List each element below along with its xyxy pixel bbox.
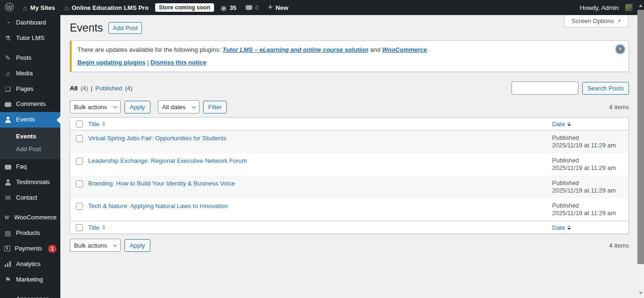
sidebar-item-events[interactable]: Events <box>0 112 60 128</box>
items-count-bottom: 4 items <box>609 242 629 249</box>
sidebar-item-appearance[interactable]: ✒ Appearance <box>0 291 60 298</box>
row-checkbox[interactable] <box>76 180 83 187</box>
view-filters: All (4) | Published (4) <box>70 85 132 92</box>
items-count: 4 items <box>609 104 629 111</box>
sidebar-item-comments[interactable]: Comments <box>0 97 60 112</box>
views-counter[interactable]: ◉ 35 <box>216 0 241 15</box>
scrollbar-thumb[interactable] <box>637 10 644 264</box>
page-title: Events <box>70 21 103 35</box>
sidebar-item-contact[interactable]: ✉ Contact <box>0 190 60 206</box>
notice-period: . <box>427 46 429 53</box>
scroll-up-arrow-icon[interactable] <box>639 4 643 7</box>
filter-all-link[interactable]: All <box>70 85 78 92</box>
dashboard-icon: ◔ <box>4 19 12 26</box>
comments-count: 0 <box>255 4 258 11</box>
page-scrollbar[interactable] <box>637 0 644 298</box>
plus-icon: + <box>268 2 273 12</box>
sidebar-item-media[interactable]: ♫ Media <box>0 66 60 81</box>
column-footer-date[interactable]: Date <box>552 224 571 231</box>
all-dates-select[interactable]: All dates <box>158 100 199 113</box>
sidebar-item-label: Products <box>16 229 40 237</box>
select-all-checkbox[interactable] <box>76 121 83 128</box>
date-value: 2025/11/19 at 11:29 am <box>552 164 616 171</box>
chevron-down-icon <box>113 105 117 108</box>
sidebar-item-payments[interactable]: $ Payments 1 <box>0 241 60 257</box>
sidebar-item-tutor-lms[interactable]: ⚗ Tutor LMS <box>0 31 60 46</box>
event-title-link[interactable]: Virtual Spring Jobs Fair: Opportunities … <box>88 135 226 142</box>
sidebar-item-posts[interactable]: ✎ Posts <box>0 50 60 66</box>
site-name-menu[interactable]: ⌂ Online Education LMS Pro <box>60 0 153 15</box>
pages-icon: ❏ <box>4 86 12 93</box>
apply-button-bottom[interactable]: Apply <box>124 239 150 252</box>
notice-prefix: There are updates available for the foll… <box>77 46 223 53</box>
sidebar-item-woocommerce[interactable]: W WooCommerce <box>0 210 60 226</box>
row-checkbox[interactable] <box>76 135 83 142</box>
sidebar-item-label: Comments <box>16 100 46 108</box>
date-value: 2025/11/19 at 11:29 am <box>552 142 616 149</box>
comments-counter[interactable]: 0 <box>241 0 263 15</box>
sidebar-item-products[interactable]: ▤ Products <box>0 226 60 241</box>
sidebar-item-label: Appearance <box>16 295 49 298</box>
select-all-checkbox[interactable] <box>76 224 83 231</box>
notice-and: and <box>368 46 382 53</box>
avatar <box>625 4 633 11</box>
event-title-link[interactable]: Leadership Exchange: Regional Executive … <box>88 157 247 164</box>
bulk-actions-select-bottom[interactable]: Bulk actions <box>70 239 121 252</box>
my-sites-icon: ⌂ <box>23 4 27 11</box>
filter-published-link[interactable]: Published <box>95 85 122 92</box>
analytics-icon <box>4 261 12 268</box>
event-title-link[interactable]: Tech & Nature: Applying Natural Laws to … <box>88 202 228 209</box>
sidebar-item-label: Analytics <box>16 260 41 268</box>
table-row: Tech & Nature: Applying Natural Laws to … <box>70 198 628 221</box>
status-label: Published <box>552 134 579 141</box>
column-header-date[interactable]: Date <box>552 121 571 128</box>
sidebar-item-label: Dashboard <box>16 19 46 27</box>
sidebar-item-label: Marketing <box>16 276 43 284</box>
submenu-item-events[interactable]: Events <box>0 130 60 143</box>
coming-soon-badge: Store coming soon <box>155 3 214 12</box>
search-input[interactable] <box>512 81 578 95</box>
plugin-link-woocommerce[interactable]: WooCommerce <box>382 46 427 53</box>
sidebar-separator <box>0 46 60 50</box>
home-icon: ⌂ <box>65 4 69 11</box>
event-title-link[interactable]: Branding: How to Build Your Identity & B… <box>88 180 235 187</box>
bulk-actions-select[interactable]: Bulk actions <box>70 100 121 113</box>
sidebar-item-marketing[interactable]: ⚑ Marketing <box>0 272 60 288</box>
screen-options-label: Screen Options <box>571 17 614 24</box>
plugin-link-tutor-lms[interactable]: Tutor LMS – eLearning and online course … <box>223 46 369 53</box>
sort-icons <box>567 121 571 126</box>
screen-options-button[interactable]: Screen Options ▼ <box>564 15 628 27</box>
column-footer-title[interactable]: Title <box>88 224 106 231</box>
faq-icon <box>4 163 12 170</box>
filter-all-count: (4) <box>81 85 88 92</box>
column-header-title[interactable]: Title <box>88 121 106 128</box>
sidebar-item-testimonials[interactable]: Testimonials <box>0 175 60 190</box>
all-dates-value: All dates <box>162 104 186 111</box>
dismiss-notice-icon[interactable]: × <box>616 45 624 53</box>
posts-icon: ✎ <box>4 55 12 62</box>
my-sites-menu[interactable]: ⌂ My Sites <box>18 0 60 15</box>
chevron-down-icon: ▼ <box>618 19 621 23</box>
filter-separator: | <box>91 85 92 92</box>
row-checkbox[interactable] <box>76 203 83 210</box>
row-checkbox[interactable] <box>76 158 83 165</box>
begin-updating-link[interactable]: Begin updating plugins <box>77 59 145 66</box>
testimonials-icon <box>4 179 12 186</box>
apply-button[interactable]: Apply <box>124 101 150 113</box>
sidebar-item-faq[interactable]: Faq <box>0 159 60 175</box>
table-row: Virtual Spring Jobs Fair: Opportunities … <box>70 130 628 153</box>
search-posts-button[interactable]: Search Posts <box>582 82 629 95</box>
dismiss-notice-link[interactable]: Dismiss this notice <box>150 59 206 66</box>
filter-button[interactable]: Filter <box>203 101 227 113</box>
sidebar-item-analytics[interactable]: Analytics <box>0 257 60 272</box>
account-menu[interactable]: Howdy, Admin <box>575 0 637 15</box>
sidebar-item-dashboard[interactable]: ◔ Dashboard <box>0 15 60 31</box>
new-content-menu[interactable]: + New <box>264 0 293 15</box>
sidebar-item-pages[interactable]: ❏ Pages <box>0 81 60 97</box>
woocommerce-icon: W <box>4 214 10 221</box>
add-post-button[interactable]: Add Post <box>108 22 142 34</box>
scroll-down-arrow-icon[interactable] <box>639 292 643 295</box>
submenu-item-add-post[interactable]: Add Post <box>0 143 60 155</box>
admin-bar: Ⓦ ⌂ My Sites ⌂ Online Education LMS Pro … <box>0 0 637 15</box>
wordpress-logo-menu[interactable]: Ⓦ <box>0 0 18 15</box>
